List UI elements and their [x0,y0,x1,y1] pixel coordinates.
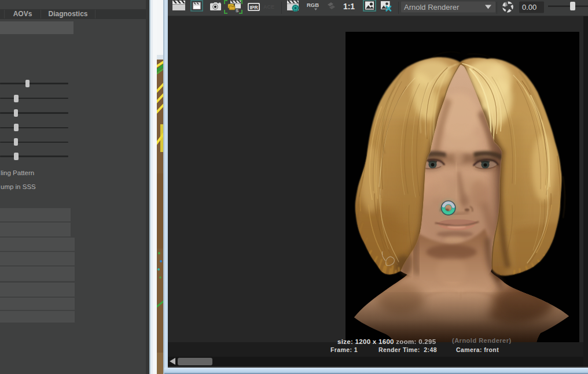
svg-text:S: S [236,8,239,13]
svg-text:IPR: IPR [249,5,258,10]
svg-text:RGB: RGB [307,2,319,8]
svg-text:ACE: ACE [263,4,274,10]
svg-text:1:1: 1:1 [343,2,355,11]
svg-text:0.00: 0.00 [522,3,536,12]
svg-text:Arnold Renderer: Arnold Renderer [404,3,460,12]
